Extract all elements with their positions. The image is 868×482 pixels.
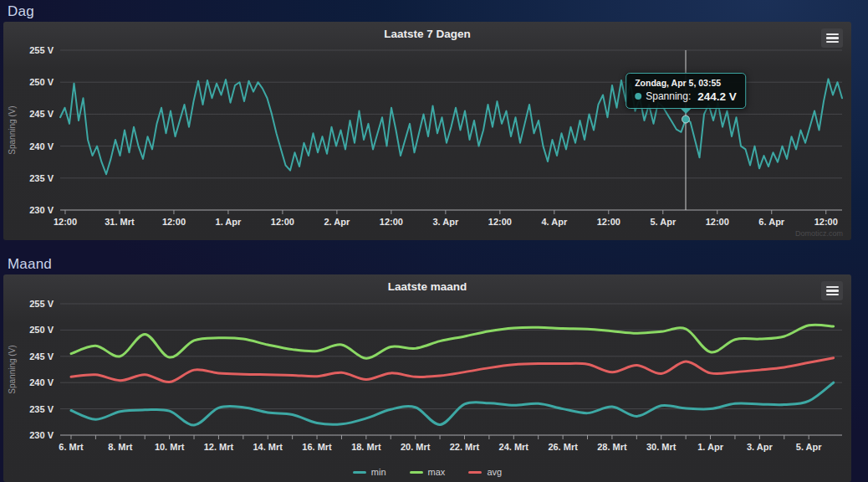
tooltip-value: 244.2 V bbox=[697, 90, 737, 103]
legend-item-avg[interactable]: avg bbox=[468, 467, 502, 477]
hover-marker bbox=[682, 115, 690, 123]
legend-dash-icon bbox=[353, 471, 366, 474]
chart-panel-month: 230 V235 V240 V245 V250 V255 VSpanning (… bbox=[3, 274, 851, 482]
x-axis-label: 4. Apr bbox=[541, 217, 567, 227]
x-axis-label: 12:00 bbox=[54, 217, 77, 227]
menu-bar bbox=[826, 286, 839, 289]
chart-legend: min max avg bbox=[3, 467, 851, 477]
x-axis-label: 20. Mrt bbox=[401, 442, 431, 452]
x-axis-label: 16. Mrt bbox=[302, 442, 332, 452]
x-axis-label: 12:00 bbox=[814, 217, 838, 227]
y-axis-label: 245 V bbox=[29, 109, 54, 119]
x-axis-label: 10. Mrt bbox=[155, 442, 185, 452]
x-axis-label: 30. Mrt bbox=[646, 442, 677, 452]
y-axis-label: 235 V bbox=[29, 404, 54, 414]
y-axis-label: 250 V bbox=[29, 325, 54, 335]
menu-bar bbox=[826, 37, 839, 39]
legend-dash-icon bbox=[468, 471, 482, 474]
x-axis-label: 28. Mrt bbox=[597, 442, 627, 452]
y-axis-title: Spanning (V) bbox=[8, 345, 17, 393]
section-header-maand: Maand bbox=[0, 253, 868, 274]
x-axis-label: 12:00 bbox=[488, 217, 512, 227]
x-axis-label: 12:00 bbox=[597, 217, 620, 227]
y-axis-label: 240 V bbox=[29, 141, 54, 151]
y-axis-label: 230 V bbox=[29, 205, 54, 215]
series-line-min[interactable] bbox=[71, 382, 834, 425]
x-axis-label: 6. Apr bbox=[758, 217, 784, 227]
tooltip-date: Zondag, Apr 5, 03:55 bbox=[635, 78, 737, 88]
x-axis-label: 5. Apr bbox=[650, 217, 676, 227]
y-axis-label: 230 V bbox=[29, 430, 54, 440]
x-axis-label: 6. Mrt bbox=[59, 442, 84, 452]
x-axis-label: 8. Mrt bbox=[108, 442, 133, 452]
x-axis-label: 5. Apr bbox=[796, 442, 822, 452]
chart-panel-day: 230 V235 V240 V245 V250 V255 VSpanning (… bbox=[3, 22, 851, 240]
series-dot-icon bbox=[635, 93, 641, 100]
legend-item-max[interactable]: max bbox=[410, 467, 446, 477]
x-axis-label: 31. Mrt bbox=[105, 217, 135, 227]
x-axis-label: 12:00 bbox=[380, 217, 403, 227]
menu-bar bbox=[826, 41, 839, 44]
chart-tooltip: Zondag, Apr 5, 03:55 Spanning: 244.2 V bbox=[625, 73, 746, 109]
x-axis-label: 14. Mrt bbox=[253, 442, 283, 452]
x-axis-label: 1. Apr bbox=[216, 217, 242, 227]
section-header-dag: Dag bbox=[0, 0, 868, 22]
y-axis-label: 240 V bbox=[29, 377, 54, 387]
x-axis-label: 12. Mrt bbox=[204, 442, 234, 452]
legend-label: min bbox=[371, 467, 386, 477]
menu-bar bbox=[826, 294, 839, 296]
x-axis-label: 2. Apr bbox=[324, 217, 350, 227]
legend-label: avg bbox=[487, 467, 502, 477]
day-chart-canvas[interactable]: 230 V235 V240 V245 V250 V255 VSpanning (… bbox=[3, 22, 851, 240]
hamburger-menu-icon[interactable] bbox=[821, 281, 843, 300]
x-axis-label: 12:00 bbox=[162, 217, 186, 227]
tooltip-value-line: Spanning: 244.2 V bbox=[635, 90, 737, 103]
x-axis-label: 22. Mrt bbox=[450, 442, 480, 452]
legend-label: max bbox=[428, 467, 446, 477]
x-axis-label: 3. Apr bbox=[432, 217, 458, 227]
legend-item-min[interactable]: min bbox=[353, 467, 386, 477]
x-axis-label: 3. Apr bbox=[747, 442, 773, 452]
x-axis-label: 12:00 bbox=[271, 217, 294, 227]
x-axis-label: 12:00 bbox=[706, 217, 729, 227]
series-line-avg[interactable] bbox=[71, 358, 834, 382]
hamburger-menu-icon[interactable] bbox=[821, 28, 843, 48]
y-axis-label: 255 V bbox=[29, 45, 54, 55]
y-axis-label: 245 V bbox=[29, 351, 54, 362]
x-axis-label: 1. Apr bbox=[697, 442, 723, 452]
y-axis-label: 250 V bbox=[29, 77, 54, 87]
x-axis-label: 24. Mrt bbox=[499, 442, 529, 452]
x-axis-label: 18. Mrt bbox=[351, 442, 381, 452]
y-axis-title: Spanning (V) bbox=[8, 105, 17, 154]
y-axis-label: 235 V bbox=[29, 173, 54, 183]
menu-bar bbox=[826, 290, 839, 292]
tooltip-series-label: Spanning: bbox=[646, 90, 691, 102]
menu-bar bbox=[826, 33, 839, 36]
x-axis-label: 26. Mrt bbox=[548, 442, 578, 452]
month-chart-canvas[interactable]: 230 V235 V240 V245 V250 V255 VSpanning (… bbox=[3, 274, 851, 482]
y-axis-label: 255 V bbox=[29, 299, 54, 309]
legend-dash-icon bbox=[410, 471, 423, 474]
